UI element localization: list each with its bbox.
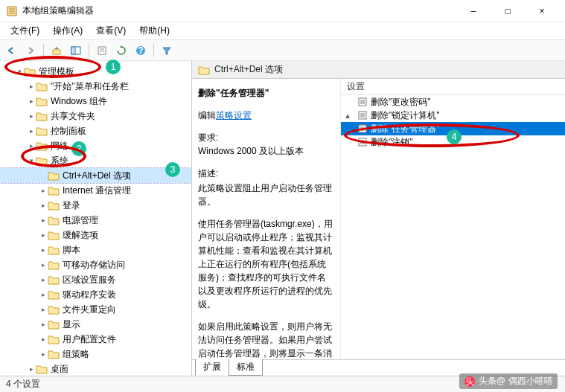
collapse-icon[interactable]: ▾ [15,67,24,76]
settings-row-label: 删除"锁定计算机" [371,109,440,122]
folder-icon [48,289,60,300]
tree-item-label: 网络 [51,140,68,152]
tree-item-label: 桌面 [51,363,68,376]
tree-item[interactable]: ▸ "开始"菜单和任务栏 [0,79,191,94]
tree-item[interactable]: ▾ 管理模板 [0,64,191,79]
tree-item-label: 区域设置服务 [63,274,116,286]
forward-button[interactable] [22,42,39,59]
settings-row-label: 删除"注销" [371,136,413,149]
folder-icon [48,349,60,359]
expand-icon[interactable]: ▸ [39,186,48,195]
content-header: Ctrl+Alt+Del 选项 [192,61,565,79]
collapse-icon[interactable]: ▾ [27,156,36,165]
tree-item[interactable]: ▸ 共享文件夹 [0,109,191,123]
tree-item[interactable]: ▸ 缓解选项 [0,228,191,242]
tree-item[interactable]: ▸ 可移动存储访问 [0,257,191,272]
watermark: 头 头条@偶西小嗒嗒 [459,373,558,389]
tree-item-label: 组策略 [63,348,89,361]
help-button[interactable]: ? [133,42,149,59]
tree-item-label: 显示 [63,318,80,331]
expand-icon[interactable]: ▸ [39,275,48,284]
folder-icon [48,274,60,285]
properties-button[interactable] [94,42,110,59]
scroll-up-icon[interactable]: ▲ [344,112,351,120]
menu-file[interactable]: 文件(F) [4,23,45,39]
menu-help[interactable]: 帮助(H) [133,23,176,39]
tree-item[interactable]: ▸ 桌面 [0,362,191,376]
expand-icon[interactable]: ▸ [27,141,36,150]
svg-rect-7 [98,47,106,54]
folder-icon [48,170,60,181]
tree-item-label: 登录 [63,199,80,212]
tree-item-label: 缓解选项 [63,229,98,242]
expand-icon[interactable]: ▸ [27,126,36,135]
tree-item[interactable]: ▸ 显示 [0,317,191,332]
expand-icon[interactable]: ▸ [39,320,48,329]
expand-icon[interactable]: ▸ [27,82,36,91]
expand-icon[interactable]: ▸ [39,201,48,210]
settings-row[interactable]: 删除"更改密码" [341,95,565,109]
settings-row[interactable]: 删除"任务管理器" [341,122,565,135]
expand-icon[interactable]: ▸ [39,335,48,344]
expand-icon[interactable]: ▸ [39,350,48,359]
menu-view[interactable]: 查看(V) [90,23,132,39]
tree-pane[interactable]: ▾ 管理模板 ▸ "开始"菜单和任务栏 ▸ Windows 组件 ▸ 共享文件夹… [0,61,192,376]
filter-button[interactable] [159,42,175,59]
expand-icon[interactable]: ▸ [27,97,36,106]
expand-icon[interactable]: ▸ [39,290,48,299]
folder-icon [48,304,60,315]
tree-item[interactable]: ▾ 系统 [0,153,191,168]
minimize-button[interactable]: – [456,0,491,22]
folder-icon [48,245,60,255]
expand-icon[interactable]: ▸ [27,364,36,373]
settings-row[interactable]: 删除"注销" [341,135,565,149]
refresh-button[interactable] [113,42,130,59]
menu-action[interactable]: 操作(A) [47,23,89,39]
tab-standard[interactable]: 标准 [229,359,263,376]
tab-extended[interactable]: 扩展 [195,359,229,376]
expand-icon[interactable]: ▸ [39,231,48,240]
tree-item-label: 电源管理 [63,214,98,227]
show-hide-button[interactable] [68,42,84,59]
tree-item[interactable]: ▸ 用户配置文件 [0,332,191,347]
folder-icon [48,334,60,344]
expand-icon[interactable]: ▸ [39,245,48,254]
tree-item[interactable]: ▸ 控制面板 [0,123,191,138]
tree-item[interactable]: ▸ 电源管理 [0,213,191,228]
settings-column-header[interactable]: 设置 [341,79,565,95]
content-title: Ctrl+Alt+Del 选项 [214,63,283,76]
svg-rect-6 [71,47,75,54]
tree-item[interactable]: ▸ 网络 [0,138,191,153]
tree-item[interactable]: ▸ Internet 通信管理 [0,183,191,198]
separator [43,44,44,57]
svg-text:?: ? [138,45,143,56]
back-button[interactable] [3,42,19,59]
settings-row-label: 删除"更改密码" [371,96,431,109]
settings-list[interactable]: ▲ 删除"更改密码" 删除"锁定计算机" 删除"任务管理器" 删除"注销" [341,95,565,359]
tree-item[interactable]: ▸ 登录 [0,198,191,213]
expand-icon[interactable]: ▸ [39,260,48,269]
toolbar: ? [0,40,565,61]
tree-item[interactable]: ▸ 文件夹重定向 [0,302,191,317]
tree-item-label: 文件夹重定向 [63,303,116,316]
folder-icon [48,319,60,330]
tree-item[interactable]: ▸ Windows 组件 [0,94,191,109]
up-button[interactable] [48,42,65,59]
svg-rect-4 [53,50,60,54]
expand-icon[interactable]: ▸ [27,112,36,121]
tree-item[interactable]: ▸ 区域设置服务 [0,272,191,287]
expand-icon[interactable]: ▸ [39,216,48,225]
maximize-button[interactable]: □ [491,0,525,22]
settings-row[interactable]: 删除"锁定计算机" [341,109,565,122]
policy-name: 删除"任务管理器" [198,86,334,100]
folder-icon [36,141,48,151]
expand-icon[interactable]: ▸ [39,305,48,314]
description-p3: 如果启用此策略设置，则用户将无法访问任务管理器。如果用户尝试启动任务管理器，则将… [198,320,334,359]
folder-icon [48,230,60,240]
tree-item[interactable]: ▸ 组策略 [0,347,191,362]
tree-item[interactable]: ▸ 驱动程序安装 [0,287,191,302]
tree-item[interactable]: ▸ 脚本 [0,242,191,257]
edit-policy-link[interactable]: 策略设置 [216,110,252,121]
close-button[interactable]: × [525,0,559,22]
tree-item[interactable]: Ctrl+Alt+Del 选项 [0,168,191,183]
